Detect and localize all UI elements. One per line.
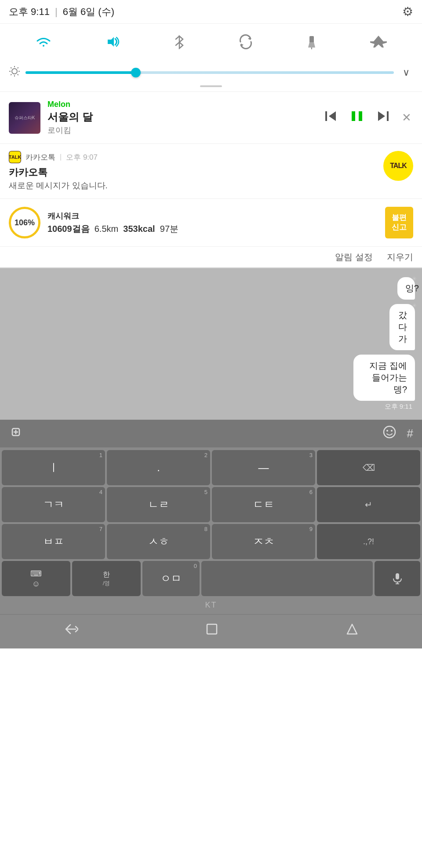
svg-point-24 — [384, 426, 395, 438]
notification-settings-button[interactable]: 알림 설정 — [335, 251, 373, 263]
kb-key-6[interactable]: 6 ㄷㅌ — [212, 487, 315, 522]
kakao-app-name: 카카오톡 — [25, 152, 55, 162]
sync-icon[interactable] — [235, 31, 257, 56]
notification-clear-button[interactable]: 지우기 — [387, 251, 413, 263]
kb-key-4[interactable]: 4 ㄱㅋ — [2, 487, 105, 522]
melon-song-title: 서울의 달 — [47, 110, 316, 124]
melon-controls: ✕ — [323, 108, 413, 128]
svg-point-25 — [386, 430, 388, 432]
kakao-bubble-icon[interactable]: TALK — [383, 151, 413, 181]
cashwalk-app-name: 캐시워크 — [47, 211, 378, 221]
airplane-icon[interactable] — [367, 31, 390, 56]
kakao-notification: TALK 카카오톡 | 오후 9:07 카카오톡 새로운 메시지가 있습니다. … — [0, 144, 422, 199]
navigation-bar — [0, 614, 422, 648]
kb-add-button[interactable] — [7, 423, 25, 444]
kakao-time: 오후 9:07 — [66, 152, 98, 162]
brightness-row: ∨ — [9, 63, 413, 84]
melon-pause-button[interactable] — [348, 108, 366, 128]
settings-icon[interactable]: ⚙ — [402, 4, 413, 19]
kb-key-7[interactable]: 7 ㅂㅍ — [2, 524, 105, 559]
kb-enter-button[interactable]: ↵ — [317, 487, 420, 522]
svg-rect-20 — [387, 111, 389, 121]
svg-marker-0 — [108, 37, 114, 47]
svg-marker-16 — [329, 111, 336, 121]
kb-key-5[interactable]: 5 ㄴㄹ — [107, 487, 210, 522]
cashwalk-report-button[interactable]: 불편 신고 — [385, 207, 413, 238]
kb-backspace-button[interactable]: ⌫ — [317, 450, 420, 485]
brightness-slider[interactable] — [25, 71, 394, 74]
bluetooth-icon[interactable] — [170, 31, 189, 56]
kb-toolbar-right: # — [381, 423, 415, 444]
kb-key-2[interactable]: 2 . — [107, 450, 210, 485]
quick-settings-panel: ∨ — [0, 24, 422, 92]
status-date: 6월 6일 (수) — [63, 5, 114, 18]
kb-lang-switch-button[interactable]: 한 /영 — [72, 561, 141, 596]
svg-marker-4 — [308, 42, 315, 48]
melon-album-art: 슈퍼스타K — [9, 102, 40, 134]
brightness-icon[interactable] — [9, 66, 20, 80]
kb-key-1[interactable]: 1 ㅣ — [2, 450, 105, 485]
svg-line-11 — [11, 67, 11, 68]
kakao-app-icon: TALK — [9, 151, 21, 163]
melon-info: Melon 서울의 달 로이킴 — [40, 100, 323, 136]
status-separator: | — [55, 6, 58, 18]
svg-line-12 — [18, 74, 18, 75]
svg-rect-15 — [325, 111, 327, 121]
cashwalk-stats: 10609걸음 6.5km 353kcal 97분 — [47, 223, 378, 235]
kb-row-2: 4 ㄱㅋ 5 ㄴㄹ 6 ㄷㅌ ↵ — [2, 487, 420, 522]
cashwalk-percent: 106% — [15, 218, 35, 227]
wifi-icon[interactable] — [32, 31, 55, 56]
keyboard: 1 ㅣ 2 . 3 — ⌫ 4 ㄱㅋ 5 ㄴㄹ 6 ㄷㅌ ↵ — [0, 447, 422, 614]
chat-area: ✳ 잉? ✳ 갔다가 지금 집에들어가는뎅? 오후 9:11 — [0, 268, 422, 420]
kb-row-4: ⌨ ☺ 한 /영 0 ㅇㅁ — [2, 561, 420, 596]
svg-marker-31 — [347, 624, 357, 634]
kb-key-0[interactable]: 0 ㅇㅁ — [142, 561, 200, 596]
svg-rect-18 — [359, 111, 362, 121]
svg-point-6 — [12, 69, 17, 74]
cashwalk-circle: 106% — [9, 207, 40, 238]
melon-prev-button[interactable] — [323, 108, 339, 128]
nav-recents-button[interactable] — [337, 619, 367, 642]
nav-back-button[interactable] — [55, 619, 87, 642]
chat-bubble-star-1: ✳ — [412, 275, 417, 282]
chat-message-3-wrap: 지금 집에들어가는뎅? 오후 9:11 — [313, 355, 415, 411]
collapse-button[interactable]: ∨ — [399, 65, 413, 80]
kt-label-row: KT — [2, 598, 420, 612]
status-bar: 오후 9:11 | 6월 6일 (수) ⚙ — [0, 0, 422, 24]
svg-marker-19 — [378, 111, 385, 121]
kb-emoji-switch-button[interactable]: ⌨ ☺ — [2, 561, 70, 596]
kb-punctuation-button[interactable]: .,?! — [317, 524, 420, 559]
notification-actions: 알림 설정 지우기 — [0, 247, 422, 268]
svg-rect-27 — [396, 573, 399, 579]
kb-space-button[interactable] — [201, 561, 373, 596]
nav-home-button[interactable] — [196, 619, 227, 642]
kb-mic-button[interactable] — [375, 561, 420, 596]
kt-carrier-label: KT — [205, 601, 217, 610]
keyboard-toolbar: # — [0, 420, 422, 447]
chat-message-1: ✳ 잉? — [386, 277, 415, 300]
quick-icon-row — [9, 31, 413, 56]
svg-rect-30 — [207, 624, 217, 634]
kb-hash-button[interactable]: # — [405, 425, 415, 442]
kb-key-9[interactable]: 9 ㅈㅊ — [212, 524, 315, 559]
watermark: dietshin.com — [364, 831, 413, 842]
chat-message-time: 오후 9:11 — [385, 403, 415, 411]
kb-row-3: 7 ㅂㅍ 8 ㅅㅎ 9 ㅈㅊ .,?! — [2, 524, 420, 559]
melon-close-button[interactable]: ✕ — [400, 109, 413, 126]
svg-rect-17 — [352, 111, 355, 121]
kb-row-1: 1 ㅣ 2 . 3 — ⌫ — [2, 450, 420, 485]
chat-bubble-3: 지금 집에들어가는뎅? — [353, 355, 415, 401]
chat-message-2: ✳ 갔다가 — [373, 304, 415, 350]
kb-key-3[interactable]: 3 — — [212, 450, 315, 485]
drag-handle — [9, 84, 413, 88]
kb-key-8[interactable]: 8 ㅅㅎ — [107, 524, 210, 559]
melon-artist: 로이킴 — [47, 125, 316, 136]
melon-next-button[interactable] — [375, 108, 391, 128]
kb-toolbar-left — [7, 423, 25, 444]
volume-icon[interactable] — [101, 31, 124, 56]
flashlight-icon[interactable] — [302, 31, 321, 56]
chat-bubble-1: ✳ 잉? — [397, 277, 415, 300]
kakao-title: 카카오톡 — [9, 166, 378, 179]
melon-notification: 슈퍼스타K Melon 서울의 달 로이킴 ✕ — [0, 92, 422, 144]
kb-emoji-button[interactable] — [381, 423, 398, 444]
